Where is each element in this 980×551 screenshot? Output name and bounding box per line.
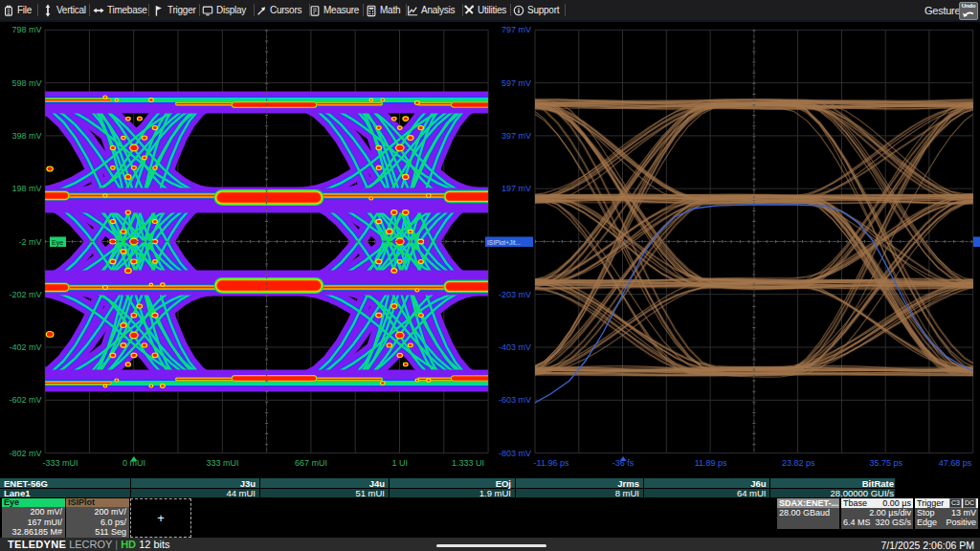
svg-text:Eye: Eye xyxy=(52,239,63,247)
svg-text:-2 mV: -2 mV xyxy=(18,237,41,247)
svg-text:35.75 ps: 35.75 ps xyxy=(870,458,903,468)
svg-text:-402 mV: -402 mV xyxy=(9,342,41,352)
svg-text:198 mV: 198 mV xyxy=(11,184,41,193)
svg-text:597 mV: 597 mV xyxy=(501,78,531,88)
svg-text:23.82 ps: 23.82 ps xyxy=(782,458,815,468)
svg-text:47.68 ps: 47.68 ps xyxy=(939,458,972,468)
svg-text:1 UI: 1 UI xyxy=(391,458,408,468)
svg-text:667 mUI: 667 mUI xyxy=(295,458,327,468)
svg-text:-202 mV: -202 mV xyxy=(9,290,41,299)
svg-text:-11.96 ps: -11.96 ps xyxy=(534,458,569,468)
svg-text:398 mV: 398 mV xyxy=(11,131,41,141)
svg-text:-333 mUI: -333 mUI xyxy=(42,458,78,468)
svg-text:-802 mV: -802 mV xyxy=(9,449,41,458)
svg-text:-603 mV: -603 mV xyxy=(499,395,531,405)
svg-text:598 mV: 598 mV xyxy=(11,78,41,88)
svg-text:798 mV: 798 mV xyxy=(11,25,41,34)
svg-text:333 mUI: 333 mUI xyxy=(206,458,238,468)
svg-text:-803 mV: -803 mV xyxy=(499,449,531,458)
svg-text:-203 mV: -203 mV xyxy=(499,290,531,299)
svg-text:1.333 UI: 1.333 UI xyxy=(452,458,484,468)
svg-text:-403 mV: -403 mV xyxy=(499,342,531,352)
svg-text:397 mV: 397 mV xyxy=(501,131,531,141)
svg-text:11.89 ps: 11.89 ps xyxy=(695,458,727,468)
svg-text:197 mV: 197 mV xyxy=(501,184,531,193)
svg-text:ISIPlot+Jit...: ISIPlot+Jit... xyxy=(487,239,521,246)
svg-text:797 mV: 797 mV xyxy=(501,25,531,34)
svg-text:-602 mV: -602 mV xyxy=(9,395,41,405)
